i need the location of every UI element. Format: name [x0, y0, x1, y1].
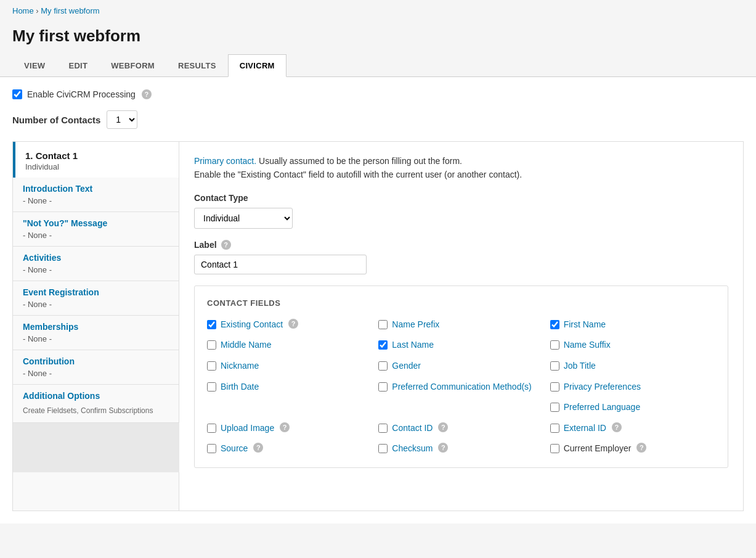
sidebar-contribution-title[interactable]: Contribution: [13, 350, 179, 369]
field-item: First Name: [550, 319, 715, 331]
field-item: Preferred Language: [550, 401, 715, 414]
field-label-gender[interactable]: Gender: [392, 360, 421, 372]
field-checkbox-privacy_pref[interactable]: [550, 382, 559, 392]
field-checkbox-contact_id[interactable]: [378, 424, 388, 433]
help-icon-external_id[interactable]: ?: [612, 422, 622, 432]
field-checkbox-name_suffix[interactable]: [550, 340, 559, 350]
sidebar-notyou-title[interactable]: "Not You?" Message: [13, 212, 179, 231]
field-label-name_prefix[interactable]: Name Prefix: [392, 319, 439, 331]
desc-primary: Primary contact.: [194, 156, 256, 166]
field-checkbox-current_employer[interactable]: [550, 444, 559, 453]
tab-results[interactable]: RESULTS: [166, 54, 228, 76]
field-label-checksum[interactable]: Checksum: [392, 443, 433, 455]
field-item: Last Name: [378, 339, 543, 351]
field-checkbox-preferred_lang[interactable]: [550, 403, 559, 412]
sidebar-additional-title[interactable]: Additional Options: [13, 385, 179, 403]
desc-line1: Primary contact. Usually assumed to be t…: [194, 154, 728, 168]
tab-webform[interactable]: WEBFORM: [99, 54, 166, 76]
help-icon-source[interactable]: ?: [253, 443, 263, 453]
number-of-contacts-row: Number of Contacts 1 2 3: [12, 110, 744, 129]
tab-edit[interactable]: EDIT: [57, 54, 99, 76]
field-label-name_suffix[interactable]: Name Suffix: [564, 339, 611, 351]
enable-civicrm-row: Enable CiviCRM Processing ?: [12, 89, 744, 99]
tab-civicrm[interactable]: CIVICRM: [228, 54, 287, 77]
label-input[interactable]: [194, 255, 367, 274]
enable-civicrm-label: Enable CiviCRM Processing: [27, 89, 136, 99]
field-label-preferred_lang[interactable]: Preferred Language: [564, 401, 641, 414]
sidebar-section-contribution: Contribution - None -: [13, 350, 179, 385]
contact-title: 1. Contact 1: [25, 150, 169, 161]
desc-line2: Enable the "Existing Contact" field to a…: [194, 168, 728, 181]
field-item: External ID?: [550, 422, 715, 435]
help-icon-current_employer[interactable]: ?: [636, 443, 646, 453]
help-icon[interactable]: ?: [142, 89, 152, 99]
field-item: Preferred Communication Method(s): [378, 381, 543, 393]
field-label-privacy_pref[interactable]: Privacy Preferences: [564, 381, 641, 393]
field-label-last_name[interactable]: Last Name: [392, 339, 434, 351]
field-label-preferred_comm[interactable]: Preferred Communication Method(s): [392, 381, 531, 393]
field-checkbox-last_name[interactable]: [378, 340, 388, 350]
field-label-job_title[interactable]: Job Title: [564, 360, 596, 372]
sidebar-memberships-subtitle: - None -: [13, 334, 179, 350]
field-checkbox-nickname[interactable]: [207, 361, 216, 371]
help-icon-existing_contact[interactable]: ?: [288, 319, 298, 329]
field-checkbox-birth_date[interactable]: [207, 382, 216, 392]
field-label-contact_id[interactable]: Contact ID: [392, 422, 433, 435]
sidebar-scroll-area: [13, 423, 179, 472]
field-checkbox-first_name[interactable]: [550, 320, 559, 329]
help-icon-checksum[interactable]: ?: [438, 443, 448, 453]
field-item: [207, 401, 372, 414]
label-help-icon[interactable]: ?: [221, 240, 231, 250]
sidebar-activities-title[interactable]: Activities: [13, 247, 179, 265]
help-icon-contact_id[interactable]: ?: [438, 422, 448, 432]
field-label-source[interactable]: Source: [221, 443, 248, 455]
tab-view[interactable]: VIEW: [12, 54, 57, 76]
breadcrumb-separator: ›: [36, 6, 38, 15]
contact-type-select[interactable]: Individual Organization Household: [194, 208, 293, 229]
field-label-first_name[interactable]: First Name: [564, 319, 606, 331]
field-checkbox-middle_name[interactable]: [207, 340, 216, 350]
field-item: Birth Date: [207, 381, 372, 393]
field-item: Upload Image?: [207, 422, 372, 435]
field-checkbox-preferred_comm[interactable]: [378, 382, 388, 392]
field-checkbox-gender[interactable]: [378, 361, 388, 371]
contact-type-label: Contact Type: [194, 193, 728, 203]
breadcrumb-home[interactable]: Home: [12, 6, 34, 15]
field-item: Checksum?: [378, 443, 543, 455]
sidebar-intro-title[interactable]: Introduction Text: [13, 178, 179, 196]
number-of-contacts-label: Number of Contacts: [12, 115, 100, 125]
sidebar-section-memberships: Memberships - None -: [13, 316, 179, 350]
breadcrumb-current[interactable]: My first webform: [41, 6, 99, 15]
field-checkbox-name_prefix[interactable]: [378, 320, 388, 329]
field-checkbox-checksum[interactable]: [378, 444, 388, 453]
sidebar-event-reg-title[interactable]: Event Registration: [13, 281, 179, 300]
contact-type-group: Contact Type Individual Organization Hou…: [194, 193, 728, 229]
help-icon-upload_image[interactable]: ?: [280, 422, 290, 432]
contact-fields-box: CONTACT FIELDS Existing Contact?Name Pre…: [194, 285, 728, 468]
field-checkbox-upload_image[interactable]: [207, 424, 216, 433]
field-item: Name Suffix: [550, 339, 715, 351]
breadcrumb: Home › My first webform: [0, 0, 756, 22]
number-of-contacts-select[interactable]: 1 2 3: [107, 110, 137, 129]
enable-civicrm-checkbox[interactable]: [12, 89, 22, 99]
field-checkbox-job_title[interactable]: [550, 361, 559, 371]
tabs-bar: VIEW EDIT WEBFORM RESULTS CIVICRM: [0, 54, 756, 77]
field-label-nickname[interactable]: Nickname: [221, 360, 259, 372]
field-label-birth_date[interactable]: Birth Date: [221, 381, 259, 393]
field-label-external_id[interactable]: External ID: [564, 422, 606, 435]
sidebar-activities-subtitle: - None -: [13, 265, 179, 281]
field-label-existing_contact[interactable]: Existing Contact: [221, 319, 283, 331]
field-checkbox-external_id[interactable]: [550, 424, 559, 433]
page-title: My first webform: [0, 22, 756, 54]
sidebar-notyou-subtitle: - None -: [13, 231, 179, 246]
field-checkbox-existing_contact[interactable]: [207, 320, 216, 329]
field-label-middle_name[interactable]: Middle Name: [221, 339, 271, 351]
contact-description: Primary contact. Usually assumed to be t…: [194, 154, 728, 182]
contact-header: 1. Contact 1 Individual: [13, 142, 179, 178]
sidebar-memberships-title[interactable]: Memberships: [13, 316, 179, 334]
field-label-upload_image[interactable]: Upload Image: [221, 422, 274, 435]
field-item: Middle Name: [207, 339, 372, 351]
sidebar-section-additional: Additional Options Create Fieldsets, Con…: [13, 385, 179, 423]
field-label-current_employer: Current Employer: [564, 443, 632, 455]
field-checkbox-source[interactable]: [207, 444, 216, 453]
